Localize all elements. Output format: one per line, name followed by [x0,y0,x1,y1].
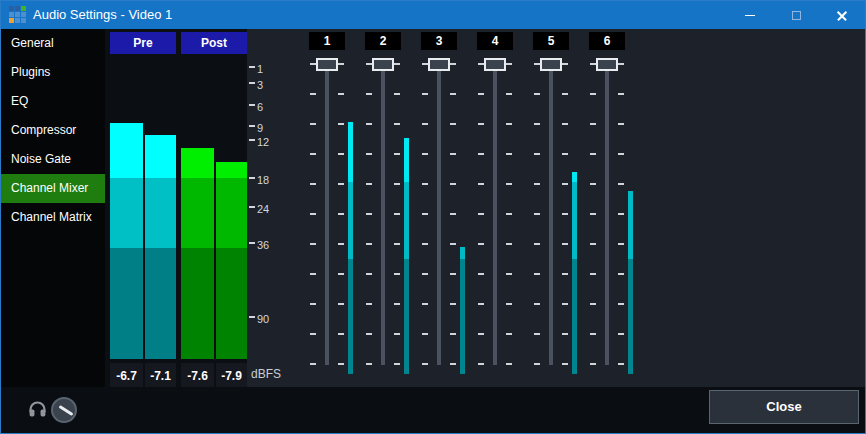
headphone-volume-knob[interactable] [51,397,77,423]
channel-level-meter [348,122,353,374]
post-meter-right-bar [216,162,247,359]
sidebar-item-general[interactable]: General [1,29,105,58]
channel-1: 1 [299,29,355,387]
dbfs-unit-label: dBFS [251,367,281,381]
fader-handle[interactable] [484,58,506,71]
scale-tick-icon [249,206,255,208]
pre-meter-right [145,57,176,359]
fader-handle[interactable] [428,58,450,71]
fader-ticks-left [478,63,484,391]
close-window-button[interactable] [819,1,865,29]
channel-level-meter [404,138,409,374]
channel-level-meter [572,172,577,374]
scale-tick-icon [249,242,255,244]
channel-number: 3 [421,32,457,50]
pre-meter-right-bar [145,135,176,359]
scale-label: 36 [249,239,269,251]
post-meter-right [216,57,247,359]
fader-ticks-right [506,63,512,391]
close-icon [836,9,848,21]
minimize-button[interactable] [727,1,773,29]
scale-label: 18 [249,174,269,186]
fader-ticks-left [422,63,428,391]
scale-label: 90 [249,313,269,325]
window-controls [727,1,865,29]
vu-meter-panel: Pre Post -6.7 -7.1 -7.6 -7.9 [105,29,247,393]
post-left-db-value: -7.6 [181,363,214,389]
channel-3: 3 [411,29,467,387]
scale-label: 6 [249,101,263,113]
fader-ticks-right [338,63,344,391]
channel-number: 4 [477,32,513,50]
maximize-icon [792,11,801,20]
fader-ticks-left [310,63,316,391]
channel-number: 1 [309,32,345,50]
fader-ticks-right [562,63,568,391]
fader-ticks-left [590,63,596,391]
channel-5: 5 [523,29,579,387]
scale-tick-icon [249,139,255,141]
sidebar-item-channel-mixer[interactable]: Channel Mixer [1,174,105,203]
scale-tick-icon [249,125,255,127]
sidebar-item-plugins[interactable]: Plugins [1,58,105,87]
sidebar: General Plugins EQ Compressor Noise Gate… [1,29,105,434]
channel-6: 6 [579,29,635,387]
fader-handle[interactable] [372,58,394,71]
channel-level-meter [460,247,465,374]
scale-label: 3 [249,79,263,91]
fader-handle[interactable] [596,58,618,71]
close-button[interactable]: Close [709,390,859,424]
app-icon [9,6,26,23]
fader-handle[interactable] [540,58,562,71]
channel-2: 2 [355,29,411,387]
pre-meter-header: Pre [110,32,176,54]
fader-handle[interactable] [316,58,338,71]
post-meter-header: Post [181,32,247,54]
post-meter-left [181,57,214,359]
scale-tick-icon [249,177,255,179]
fader-ticks-right [450,63,456,391]
sidebar-item-channel-matrix[interactable]: Channel Matrix [1,203,105,232]
scale-label: 12 [249,136,269,148]
channel-number: 6 [589,32,625,50]
fader-track[interactable] [381,58,385,365]
scale-tick-icon [249,316,255,318]
fader-track[interactable] [493,58,497,365]
fader-ticks-left [366,63,372,391]
post-right-db-value: -7.9 [216,363,247,389]
pre-right-db-value: -7.1 [145,363,176,389]
pre-meter-left [110,57,143,359]
channel-level-meter [628,191,633,374]
fader-ticks-right [394,63,400,391]
minimize-icon [745,15,755,16]
scale-tick-icon [249,66,255,68]
fader-ticks-right [618,63,624,391]
sidebar-item-eq[interactable]: EQ [1,87,105,116]
scale-label: 1 [249,63,263,75]
sidebar-item-noise-gate[interactable]: Noise Gate [1,145,105,174]
pre-meter-left-bar [110,123,143,359]
scale-label: 24 [249,203,269,215]
fader-ticks-left [534,63,540,391]
knob-indicator-icon [58,405,73,416]
audio-settings-window: Audio Settings - Video 1 General Plugins… [0,0,866,434]
sidebar-item-compressor[interactable]: Compressor [1,116,105,145]
maximize-button [773,1,819,29]
window-title: Audio Settings - Video 1 [33,1,172,29]
titlebar[interactable]: Audio Settings - Video 1 [1,1,865,29]
channel-mixer-panel: 1 3 6 9 12 18 24 36 90 dBFS 1 2 3 [247,29,865,387]
scale-label: 9 [249,122,263,134]
channel-number: 5 [533,32,569,50]
channel-number: 2 [365,32,401,50]
scale-tick-icon [249,82,255,84]
footer-bar: Close [1,387,865,433]
scale-tick-icon [249,104,255,106]
fader-track[interactable] [549,58,553,365]
fader-track[interactable] [325,58,329,365]
pre-left-db-value: -6.7 [110,363,143,389]
headphones-icon[interactable] [27,399,48,420]
fader-track[interactable] [437,58,441,365]
fader-track[interactable] [605,58,609,365]
channel-4: 4 [467,29,523,387]
post-meter-left-bar [181,148,214,359]
